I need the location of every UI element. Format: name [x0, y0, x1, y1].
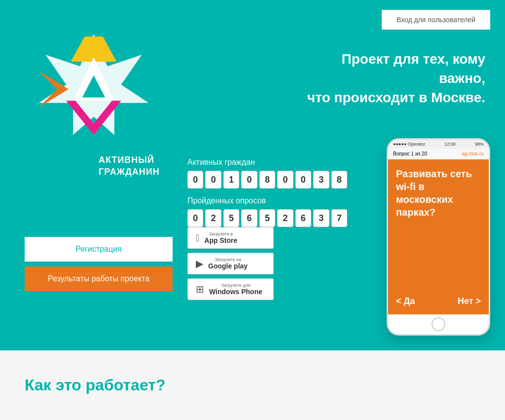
appstore-button[interactable]:  Загрузите в App Store [187, 227, 274, 249]
digit: 7 [331, 209, 347, 227]
googleplay-small-label: Загрузите на [208, 257, 248, 262]
citizens-label: Активных граждан [187, 158, 347, 167]
apple-icon:  [196, 232, 199, 244]
phone-home-area [388, 314, 489, 334]
appstore-large-label: App Store [204, 236, 237, 244]
windows-large-label: Windows Phone [209, 288, 262, 296]
logo-area: АКТИВНЫЙ ГРАЖДАНИН [20, 30, 187, 188]
digit: 8 [331, 171, 347, 189]
logo-svg [20, 30, 168, 158]
hero-section: Вход для пользователей АКТИВНЫЙ ГРАЖДАНИ… [0, 0, 505, 350]
login-button[interactable]: Вход для пользователей [382, 10, 490, 30]
appstore-small-label: Загрузите в [204, 231, 237, 236]
digit: 3 [313, 171, 329, 189]
register-button[interactable]: Регистрация [25, 237, 173, 262]
digit: 2 [205, 209, 221, 227]
digit: 1 [223, 171, 239, 189]
tagline: Проект для тех, кому важно, что происход… [298, 49, 485, 108]
digit: 6 [241, 209, 257, 227]
googleplay-button[interactable]: ▶ Загрузите на Google play [187, 253, 274, 274]
digit: 0 [295, 171, 311, 189]
bottom-section: Как это работает? [0, 350, 505, 420]
phone-operator: ●●●●● Operator [393, 142, 425, 147]
phone-answer-yes[interactable]: < Да [396, 296, 415, 306]
digit: 5 [259, 209, 275, 227]
phone-question-label: Вопрос 1 из 20 [393, 151, 427, 156]
phone-answers: < Да Нет > [396, 296, 481, 306]
googleplay-large-label: Google play [208, 262, 248, 270]
digit: 6 [295, 209, 311, 227]
digit: 0 [205, 171, 221, 189]
phone-mockup: ●●●●● Operator 12:00 98% Вопрос 1 из 20 … [387, 138, 490, 336]
surveys-label: Пройденных опросов [187, 196, 347, 205]
action-buttons-area: Регистрация Результаты работы проекта [25, 237, 173, 291]
phone-answer-no[interactable]: Нет > [458, 296, 481, 306]
google-play-icon: ▶ [196, 258, 203, 269]
digit: 0 [187, 209, 203, 227]
windows-icon: ⊞ [196, 283, 204, 295]
brand-name: АКТИВНЫЙ ГРАЖДАНИН [99, 154, 160, 178]
phone-content: Развивать сеть wi-fi в московских парках… [388, 159, 489, 314]
citizens-digits: 0 0 1 0 8 0 0 3 8 [187, 171, 347, 189]
digit: 8 [259, 171, 275, 189]
digit: 5 [223, 209, 239, 227]
results-button[interactable]: Результаты работы проекта [25, 267, 173, 291]
digit: 0 [241, 171, 257, 189]
phone-time: 12:00 [444, 142, 456, 147]
digit: 3 [313, 209, 329, 227]
digit: 0 [187, 171, 203, 189]
phone-status-bar: ●●●●● Operator 12:00 98% [388, 140, 489, 149]
phone-nav-bar: Вопрос 1 из 20 ag.mos.ru [388, 149, 489, 159]
windows-phone-button[interactable]: ⊞ Загрузите для Windows Phone [187, 278, 274, 300]
phone-question-text: Развивать сеть wi-fi в московских парках… [396, 167, 481, 219]
digit: 2 [277, 209, 293, 227]
stats-area: Активных граждан 0 0 1 0 8 0 0 3 8 Пройд… [187, 158, 347, 235]
app-buttons-area:  Загрузите в App Store ▶ Загрузите на G… [187, 227, 274, 300]
windows-small-label: Загрузите для [209, 283, 262, 288]
digit: 0 [277, 171, 293, 189]
surveys-digits: 0 2 5 6 5 2 6 3 7 [187, 209, 347, 227]
how-it-works-title: Как это работает? [25, 376, 165, 394]
phone-home-button[interactable] [432, 317, 445, 331]
phone-battery: 98% [475, 142, 484, 147]
phone-site-link[interactable]: ag.mos.ru [462, 151, 484, 156]
